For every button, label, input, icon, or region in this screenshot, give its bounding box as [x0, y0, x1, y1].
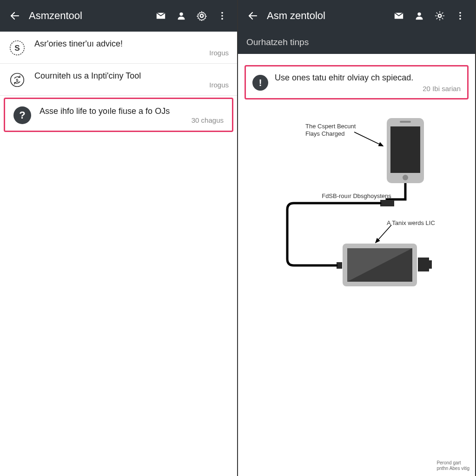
list-item-title: Asr'ories tiner'uı advice! — [34, 39, 229, 49]
list-item-sub: Irogus — [34, 81, 229, 89]
svg-line-20 — [436, 13, 438, 14]
svg-point-30 — [403, 175, 408, 180]
person-icon — [414, 11, 424, 21]
arrow-left-icon — [9, 10, 20, 21]
svg-point-6 — [221, 15, 223, 17]
diagram-label-cable: FdSB-rouır Dbsghoystens — [317, 192, 396, 200]
list-item-title: Asse ihfo life to yoıle fiuse a fo OJs — [40, 106, 224, 116]
right-content: ! Use ones tatu ehitr olviay ch spiecad.… — [238, 54, 475, 476]
list-item[interactable]: S Asr'ories tiner'uı advice! Irogus — [0, 32, 237, 64]
settings-button[interactable] — [192, 6, 212, 26]
svg-point-25 — [459, 15, 461, 17]
appbar-title: Asmzentool — [29, 10, 151, 22]
account-button[interactable] — [171, 6, 192, 26]
back-button[interactable] — [5, 6, 25, 26]
appbar-left: Asmzentool — [0, 0, 237, 32]
svg-rect-37 — [380, 200, 394, 206]
svg-point-5 — [221, 12, 223, 14]
tip-card-highlighted[interactable]: ! Use ones tatu ehitr olviay ch spiecad.… — [245, 65, 469, 99]
sync-circle-icon: $ — [8, 71, 26, 89]
svg-line-22 — [436, 18, 438, 20]
subheader: Ourhatzeh tinps — [238, 32, 475, 54]
svg-rect-35 — [429, 260, 432, 269]
back-button[interactable] — [243, 6, 263, 26]
svg-point-24 — [459, 12, 461, 14]
list-item-sub: 30 chagus — [40, 116, 224, 124]
gear-icon — [197, 11, 207, 21]
svg-point-26 — [459, 18, 461, 20]
right-pane: Asm zentolol Ourhatzeh tinps ! Use ones … — [238, 0, 476, 476]
more-vert-icon — [217, 11, 227, 21]
tip-sub: 20 Ibi sarian — [275, 85, 461, 93]
svg-rect-29 — [400, 121, 411, 123]
svg-line-39 — [376, 225, 391, 243]
left-content: S Asr'ories tiner'uı advice! Irogus $ Co… — [0, 32, 237, 476]
list-item-highlighted[interactable]: ? Asse ihfo life to yoıle fiuse a fo OJs… — [4, 98, 233, 132]
person-icon — [176, 11, 186, 21]
svg-point-13 — [417, 13, 421, 16]
svg-text:$: $ — [16, 78, 19, 83]
svg-point-15 — [439, 15, 441, 17]
account-button[interactable] — [409, 6, 430, 26]
list-item-title: Courniteh us a Inpti'ciny Tool — [34, 71, 229, 81]
left-pane: Asmzentool S Asr'ories tiner'uı advice! … — [0, 0, 238, 476]
settings-button[interactable] — [430, 6, 450, 26]
svg-rect-28 — [390, 126, 420, 173]
svg-line-21 — [442, 18, 443, 20]
mail-icon — [394, 11, 404, 21]
footer-note: Perond gartpnthn Abes vitig — [436, 460, 469, 471]
question-icon: ? — [13, 106, 31, 124]
overflow-button[interactable] — [212, 6, 232, 26]
gear-icon — [435, 11, 445, 21]
svg-text:S: S — [14, 44, 20, 53]
svg-line-23 — [442, 13, 443, 14]
tip-title: Use ones tatu ehitr olviay ch spiecad. — [275, 73, 461, 83]
diagram-label-bottom-phone: A Tanix werds LIC — [387, 219, 452, 227]
svg-point-7 — [221, 18, 223, 20]
more-vert-icon — [455, 11, 465, 21]
svg-rect-34 — [418, 258, 429, 271]
diagram-label-top-phone: The Cspert BecuntFlays Charged — [305, 123, 361, 137]
appbar-right: Asm zentolol — [238, 0, 475, 32]
svg-point-1 — [179, 13, 183, 16]
mail-button[interactable] — [151, 6, 171, 26]
connection-diagram: The Cspert BecuntFlays Charged FdSB-rouı… — [238, 104, 475, 299]
list-item-sub: Irogus — [34, 49, 229, 57]
list-item[interactable]: $ Courniteh us a Inpti'ciny Tool Irogus — [0, 64, 237, 96]
svg-point-4 — [201, 15, 203, 17]
appbar-title: Asm zentolol — [267, 10, 389, 22]
overflow-button[interactable] — [450, 6, 470, 26]
dollar-circle-icon: S — [8, 39, 26, 57]
exclamation-icon: ! — [252, 75, 268, 91]
arrow-left-icon — [247, 10, 258, 21]
mail-button[interactable] — [389, 6, 409, 26]
mail-icon — [156, 11, 166, 21]
